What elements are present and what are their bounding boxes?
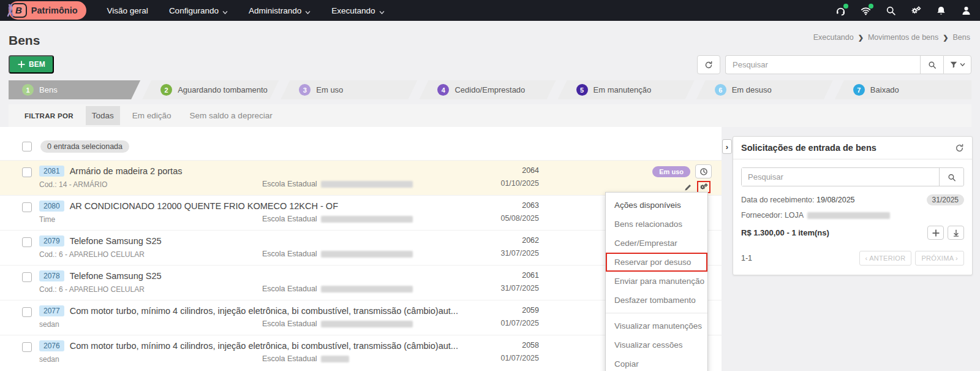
main-menu: Visão geralConfigurandoAdministrandoExec… xyxy=(107,6,385,15)
tab-label: Em manutenção xyxy=(594,85,652,94)
asset-code: Cod.: 14 - ARMÁRIO xyxy=(39,180,107,189)
online-dot xyxy=(843,4,848,9)
asset-id-badge: 2076 xyxy=(39,340,64,351)
tab-number-badge: 1 xyxy=(22,84,34,96)
amount-value: R$ 1.300,00 - 1 item(ns) xyxy=(741,228,829,237)
tab-label: Baixado xyxy=(870,85,899,94)
asset-location: Escola Estadual xyxy=(262,180,317,188)
chevron-down-icon xyxy=(305,8,311,13)
row-checkbox[interactable] xyxy=(22,167,32,177)
context-menu-item-enviar-para-manutenção[interactable]: Enviar para manutenção xyxy=(606,272,707,291)
headset-icon[interactable] xyxy=(835,6,846,16)
gears-icon[interactable] xyxy=(911,6,921,16)
filter-options: TodasEm ediçãoSem saldo a depreciar xyxy=(86,106,279,125)
tab-number-badge: 4 xyxy=(437,84,449,96)
import-entry-button[interactable] xyxy=(948,226,964,240)
asset-movement-date: 31/07/2025 xyxy=(423,284,539,293)
tab-number-badge: 2 xyxy=(160,84,172,96)
supplier-label: Fornecedor: xyxy=(741,211,782,220)
redacted-text xyxy=(807,212,890,219)
row-checkbox[interactable] xyxy=(22,237,32,247)
asset-movement-number: 2059 xyxy=(423,306,539,315)
row-checkbox[interactable] xyxy=(22,202,32,212)
breadcrumb-item[interactable]: Bens xyxy=(953,33,971,42)
bell-icon[interactable] xyxy=(936,6,946,16)
chevron-down-icon xyxy=(960,62,965,67)
breadcrumb-item[interactable]: Movimentos de bens xyxy=(868,33,938,42)
context-menu-item-ceder-emprestar[interactable]: Ceder/Emprestar xyxy=(606,234,707,253)
filter-button[interactable] xyxy=(943,55,971,74)
context-menu-item-visualizar-manutenções[interactable]: Visualizar manutenções xyxy=(606,316,707,335)
nav-item-executando[interactable]: Executando xyxy=(331,6,384,15)
previous-page-button[interactable]: ‹ ANTERIOR xyxy=(859,251,912,266)
filter-option-em-edição[interactable]: Em edição xyxy=(126,106,178,125)
selection-row: 0 entrada selecionada xyxy=(0,138,722,160)
context-menu-item-visualizar-cessões[interactable]: Visualizar cessões xyxy=(606,335,707,354)
history-button[interactable] xyxy=(695,164,712,178)
context-menu-item-bens-relacionados[interactable]: Bens relacionados xyxy=(606,215,707,234)
context-menu-item-desfazer-tombamento[interactable]: Desfazer tombamento xyxy=(606,291,707,310)
add-entry-button[interactable] xyxy=(927,226,944,240)
breadcrumb-item[interactable]: Executando xyxy=(813,33,854,42)
tab-aguardando-tombamento[interactable]: 2Aguardando tombamento xyxy=(142,80,279,99)
page-header: Executando❯Movimentos de bens❯Bens Bens … xyxy=(0,21,980,74)
search-input[interactable] xyxy=(725,55,920,74)
tab-cedido-emprestado[interactable]: 4Cedido/Emprestado xyxy=(419,80,556,99)
funnel-icon xyxy=(949,61,958,69)
user-icon[interactable] xyxy=(961,6,971,16)
row-checkbox[interactable] xyxy=(22,342,32,352)
tab-number-badge: 3 xyxy=(299,84,311,96)
plus-icon xyxy=(932,229,940,237)
search-button[interactable] xyxy=(920,55,943,74)
tab-label: Aguardando tombamento xyxy=(178,85,268,94)
redacted-text xyxy=(321,216,413,223)
app-logo[interactable]: B Patrimônio xyxy=(9,1,86,20)
clock-icon xyxy=(699,167,708,176)
tab-baixado[interactable]: 7Baixado xyxy=(835,80,971,99)
search-icon[interactable] xyxy=(886,6,896,16)
asset-movement-date: 01/10/2025 xyxy=(423,179,539,188)
tab-em-desuso[interactable]: 6Em desuso xyxy=(696,80,833,99)
next-page-button[interactable]: PRÓXIMA › xyxy=(915,251,964,266)
nav-item-administrando[interactable]: Administrando xyxy=(249,6,311,15)
tab-number-badge: 6 xyxy=(715,84,726,96)
asset-title: AR CONDICIONADO 12000 QUENTE FRIO KOMECO… xyxy=(70,201,338,211)
filter-option-sem-saldo-a-depreciar[interactable]: Sem saldo a depreciar xyxy=(184,106,279,125)
context-menu-item-reservar-por-desuso[interactable]: Reservar por desuso xyxy=(606,253,707,272)
asset-row[interactable]: 2081Armário de madeira 2 portasCod.: 14 … xyxy=(0,160,722,195)
asset-movement-date: 05/08/2025 xyxy=(423,214,539,223)
entry-requests-panel: Solicitações de entrada de bens Data do … xyxy=(733,136,973,275)
nav-item-label: Visão geral xyxy=(107,6,148,15)
tab-em-uso[interactable]: 3Em uso xyxy=(281,80,417,99)
select-all-checkbox[interactable] xyxy=(22,142,32,151)
add-bem-button[interactable]: BEM xyxy=(9,55,54,74)
redacted-text xyxy=(321,286,413,293)
row-checkbox[interactable] xyxy=(22,307,32,317)
nav-item-visão-geral[interactable]: Visão geral xyxy=(107,6,148,15)
supplier-value: LOJA xyxy=(785,211,804,220)
breadcrumb: Executando❯Movimentos de bens❯Bens xyxy=(813,33,970,42)
row-checkbox[interactable] xyxy=(22,272,32,282)
edit-pencil-icon[interactable] xyxy=(684,183,693,191)
redacted-text xyxy=(321,251,413,258)
actions-gears-icon[interactable] xyxy=(699,183,708,191)
tab-label: Cedido/Emprestado xyxy=(454,85,525,94)
panel-footer: 1-1 ‹ ANTERIOR PRÓXIMA › xyxy=(741,251,964,267)
nav-item-configurando[interactable]: Configurando xyxy=(169,6,228,15)
panel-refresh-icon[interactable] xyxy=(955,143,964,153)
tab-em-manutenção[interactable]: 5Em manutenção xyxy=(558,80,695,99)
panel-search-input[interactable] xyxy=(742,168,939,186)
filter-bar: FILTRAR POR TodasEm ediçãoSem saldo a de… xyxy=(9,104,971,127)
filter-option-todas[interactable]: Todas xyxy=(86,106,120,125)
receipt-label: Data do recebimento: xyxy=(741,196,815,204)
panel-search-button[interactable] xyxy=(939,168,963,186)
wifi-icon[interactable] xyxy=(861,6,871,16)
panel-collapse-handle[interactable]: › xyxy=(722,139,732,154)
context-menu-item-copiar[interactable]: Copiar xyxy=(606,354,707,371)
ribbon-icon xyxy=(6,4,15,17)
asset-title: Telefone Samsung S25 xyxy=(70,236,162,246)
refresh-button[interactable] xyxy=(697,55,720,74)
asset-location: Escola Estadual xyxy=(262,215,317,223)
tab-bens[interactable]: 1Bens xyxy=(9,80,140,99)
request-number-badge: 31/2025 xyxy=(927,194,964,205)
